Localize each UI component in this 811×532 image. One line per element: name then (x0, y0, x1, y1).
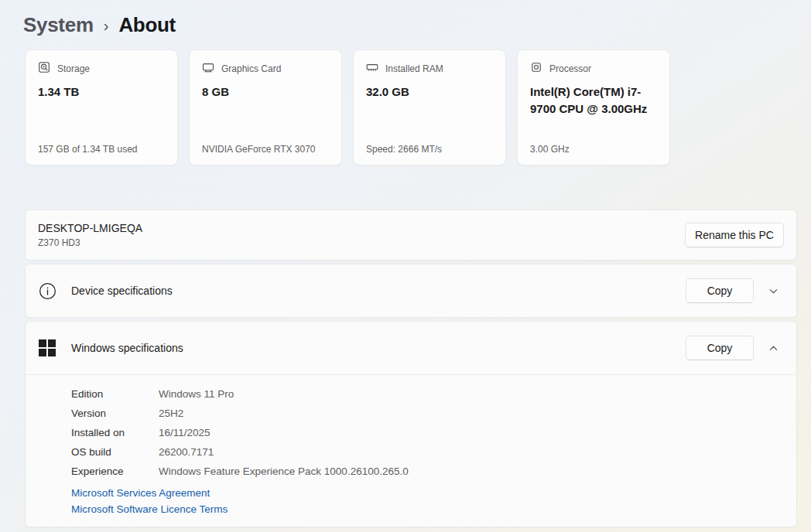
processor-icon (530, 61, 542, 76)
chevron-down-icon[interactable] (764, 278, 782, 303)
info-icon (38, 282, 56, 300)
detail-value: 25H2 (159, 408, 183, 419)
card-value: Intel(R) Core(TM) i7-9700 CPU @ 3.00GHz (530, 84, 657, 118)
page-title: About (118, 13, 176, 37)
detail-row-edition: Edition Windows 11 Pro (26, 384, 796, 404)
breadcrumb: System › About (0, 0, 811, 40)
processor-card: Processor Intel(R) Core(TM) i7-9700 CPU … (517, 49, 670, 165)
installed-ram-card: Installed RAM 32.0 GB Speed: 2666 MT/s (353, 49, 506, 165)
microsoft-software-licence-terms-link[interactable]: Microsoft Software Licence Terms (71, 501, 228, 517)
detail-label: Edition (71, 388, 159, 400)
graphics-card-card: Graphics Card 8 GB NVIDIA GeForce RTX 30… (189, 49, 342, 165)
rename-pc-button[interactable]: Rename this PC (685, 223, 784, 247)
detail-value: 26200.7171 (159, 446, 214, 458)
detail-row-experience: Experience Windows Feature Experience Pa… (26, 462, 796, 481)
device-specifications-title: Device specifications (71, 285, 173, 297)
detail-value: 16/11/2025 (159, 427, 210, 438)
copy-device-specs-button[interactable]: Copy (686, 278, 754, 303)
card-detail: 3.00 GHz (530, 144, 657, 155)
storage-card: Storage 1.34 TB 157 GB of 1.34 TB used (25, 49, 178, 165)
storage-icon (38, 61, 50, 76)
detail-label: Version (71, 408, 159, 419)
card-detail: Speed: 2666 MT/s (366, 144, 493, 155)
hardware-cards: Storage 1.34 TB 157 GB of 1.34 TB used G… (25, 49, 811, 165)
card-label: Installed RAM (385, 63, 443, 74)
card-label: Storage (57, 63, 90, 74)
detail-value: Windows 11 Pro (159, 388, 234, 400)
breadcrumb-system[interactable]: System (23, 13, 94, 37)
microsoft-services-agreement-link[interactable]: Microsoft Services Agreement (71, 485, 210, 501)
device-model: Z370 HD3 (38, 237, 142, 248)
ram-icon (366, 61, 378, 76)
card-label: Processor (549, 63, 591, 74)
detail-label: Experience (71, 466, 159, 477)
device-specifications-panel: Device specifications Copy (25, 264, 797, 318)
card-label: Graphics Card (221, 63, 281, 74)
breadcrumb-separator-icon: › (104, 15, 109, 35)
detail-row-installed-on: Installed on 16/11/2025 (26, 423, 796, 442)
card-value: 32.0 GB (366, 84, 493, 101)
copy-windows-specs-button[interactable]: Copy (686, 336, 754, 360)
device-name: DESKTOP-LMIGEQA (38, 222, 142, 234)
detail-value: Windows Feature Experience Pack 1000.261… (159, 466, 409, 477)
detail-row-os-build: OS build 26200.7171 (26, 442, 796, 462)
detail-row-version: Version 25H2 (26, 404, 796, 423)
windows-specifications-title: Windows specifications (71, 342, 183, 354)
detail-label: OS build (71, 446, 159, 458)
card-value: 8 GB (202, 84, 329, 101)
windows-logo-icon (38, 339, 56, 356)
windows-specifications-panel: Windows specifications Copy Edition Wind… (25, 321, 797, 527)
card-value: 1.34 TB (38, 84, 165, 101)
chevron-up-icon[interactable] (764, 336, 782, 360)
card-detail: NVIDIA GeForce RTX 3070 (202, 144, 329, 155)
device-name-panel: DESKTOP-LMIGEQA Z370 HD3 Rename this PC (25, 210, 797, 261)
device-specifications-header[interactable]: Device specifications Copy (26, 264, 796, 317)
detail-label: Installed on (71, 427, 159, 438)
graphics-card-icon (202, 61, 214, 76)
card-detail: 157 GB of 1.34 TB used (38, 144, 165, 155)
windows-specifications-details: Edition Windows 11 Pro Version 25H2 Inst… (26, 374, 796, 527)
windows-specifications-header[interactable]: Windows specifications Copy (26, 322, 796, 374)
